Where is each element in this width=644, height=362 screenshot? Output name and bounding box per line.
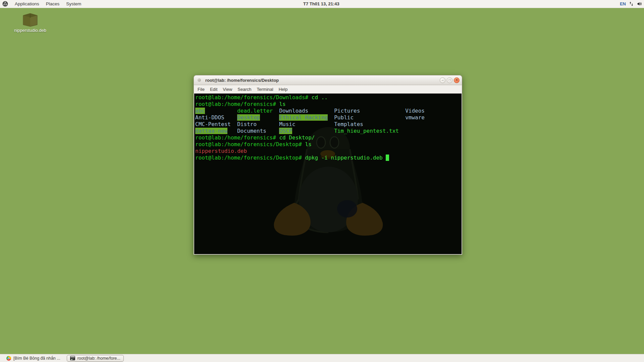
terminal-text-segment: dpkg -i nipperstudio.deb (302, 155, 386, 161)
terminal-text-segment: dead.letter (237, 108, 273, 114)
taskbar-item-label: root@lab: /home/fore... (77, 356, 120, 361)
terminal-text-segment (273, 108, 279, 114)
terminal-text-segment: cd .. (308, 94, 328, 101)
terminal-line: root@lab:/home/forensics/Downloads# cd .… (195, 94, 462, 101)
terminal-text-segment: Anti-DDOS (195, 114, 224, 121)
taskbar-item-chrome[interactable]: [Bím Bé Bỏng đã nhắn ... (3, 355, 63, 362)
terminal-text-segment: root@lab:/home/forensics/Desktop# (195, 141, 302, 147)
terminal-icon (70, 356, 75, 360)
terminal-text-segment: root@lab:/home/forensics# (195, 101, 276, 107)
terminal-text-segment (360, 108, 405, 114)
maximize-button[interactable]: □ (447, 77, 452, 83)
terminal-line: Anti-DDOS Desktop Ethical Hacking Public… (195, 114, 462, 121)
terminal-titlebar[interactable]: root@lab: /home/forensics/Desktop – □ ✕ (194, 75, 462, 85)
terminal-line: CMC-Pentest Distro Music Templates (195, 121, 462, 128)
panel-tray: EN (620, 1, 642, 6)
terminal-text-segment (328, 114, 334, 121)
terminal-text-segment: Pictures (334, 108, 360, 114)
package-icon (22, 12, 39, 27)
terminal-text-segment: OSCP (279, 128, 292, 134)
terminal-text-segment (260, 114, 279, 121)
terminal-text-segment: vmware (405, 114, 425, 121)
terminal-text-segment (227, 128, 237, 134)
terminal-text-segment: abc (195, 108, 205, 114)
menu-system[interactable]: System (63, 0, 85, 7)
terminal-text-segment: Distro (237, 121, 257, 127)
terminal-text-segment: ls (276, 101, 286, 107)
window-title: root@lab: /home/forensics/Desktop (205, 78, 279, 83)
clock[interactable]: T7 Th01 13, 21:43 (303, 1, 339, 6)
top-panel: ApplicationsPlacesSystem T7 Th01 13, 21:… (0, 0, 644, 8)
terminal-menu-terminal[interactable]: Terminal (254, 86, 276, 93)
terminal-menu-help[interactable]: Help (276, 86, 290, 93)
keyboard-layout-arrows-icon[interactable] (629, 1, 634, 6)
terminal-text-segment (296, 121, 334, 127)
minimize-button[interactable]: – (440, 77, 445, 83)
terminal-line: root@lab:/home/forensics# ls (195, 101, 462, 108)
terminal-text-segment: Downloads (279, 108, 308, 114)
terminal-line: root@lab:/home/forensics/Desktop# dpkg -… (195, 155, 462, 161)
menu-applications[interactable]: Applications (11, 0, 43, 7)
terminal-menubar: FileEditViewSearchTerminalHelp (194, 85, 462, 94)
terminal-text-segment: cd Desktop/ (276, 134, 315, 141)
terminal-content[interactable]: root@lab:/home/forensics/Downloads# cd .… (194, 94, 462, 255)
keyboard-layout-indicator[interactable]: EN (620, 1, 626, 6)
terminal-text-segment (308, 108, 334, 114)
terminal-text-segment: Music (279, 121, 295, 127)
terminal-line: nipperstudio.deb (195, 148, 462, 155)
desktop-icon-label: nipperstudio.deb (14, 28, 46, 33)
taskbar-item-terminal[interactable]: root@lab: /home/fore... (67, 355, 124, 362)
terminal-text-segment: ls (302, 141, 312, 147)
volume-icon[interactable] (637, 1, 642, 6)
terminal-text-segment (266, 128, 279, 134)
terminal-lines: root@lab:/home/forensics/Downloads# cd .… (195, 94, 462, 161)
terminal-line: root@lab:/home/forensics# cd Desktop/ (195, 134, 462, 141)
terminal-cursor (386, 155, 389, 161)
terminal-text-segment: Videos (405, 108, 425, 114)
terminal-text-segment: nipperstudio.deb (195, 148, 247, 154)
terminal-menu-view[interactable]: View (220, 86, 235, 93)
terminal-menu-search[interactable]: Search (235, 86, 254, 93)
terminal-text-segment: Documents (237, 128, 266, 134)
terminal-text-segment: root@lab:/home/forensics# (195, 134, 276, 141)
window-buttons: – □ ✕ (440, 77, 460, 83)
terminal-text-segment: Public (334, 114, 354, 121)
distro-logo-icon[interactable] (2, 1, 8, 7)
terminal-menu-edit[interactable]: Edit (207, 86, 220, 93)
terminal-line: abc dead.letter Downloads Pictures Video… (195, 108, 462, 114)
terminal-text-segment: Ethical Hacking (279, 114, 328, 121)
terminal-text-segment: root@lab:/home/forensics/Desktop# (195, 155, 302, 161)
terminal-text-segment (205, 108, 237, 114)
terminal-text-segment: Tim_hieu_pentest.txt (334, 128, 399, 134)
window-menu-icon[interactable] (198, 78, 201, 82)
terminal-line: dattaa-new Documents OSCP Tim_hieu_pente… (195, 128, 462, 134)
terminal-text-segment: Desktop (237, 114, 260, 121)
terminal-line: root@lab:/home/forensics/Desktop# ls (195, 141, 462, 148)
terminal-text-segment (292, 128, 334, 134)
terminal-text-segment (257, 121, 279, 127)
terminal-text-segment: root@lab:/home/forensics/Downloads# (195, 94, 308, 101)
terminal-text-segment (224, 114, 237, 121)
terminal-text-segment (354, 114, 405, 121)
panel-menus: ApplicationsPlacesSystem (11, 0, 85, 7)
terminal-menu-file[interactable]: File (195, 86, 207, 93)
terminal-text-segment: CMC-Pentest (195, 121, 231, 127)
terminal-window: root@lab: /home/forensics/Desktop – □ ✕ … (194, 75, 462, 255)
terminal-text-segment: Templates (334, 121, 363, 127)
desktop-icon-nipperstudio[interactable]: nipperstudio.deb (9, 12, 51, 33)
taskbar-item-label: [Bím Bé Bỏng đã nhắn ... (13, 356, 60, 361)
chrome-icon (6, 356, 11, 361)
terminal-text-segment (231, 121, 237, 127)
terminal-text-segment: dattaa-new (195, 128, 227, 134)
menu-places[interactable]: Places (43, 0, 63, 7)
close-button[interactable]: ✕ (454, 77, 460, 83)
taskbar: [Bím Bé Bỏng đã nhắn ...root@lab: /home/… (0, 354, 644, 362)
